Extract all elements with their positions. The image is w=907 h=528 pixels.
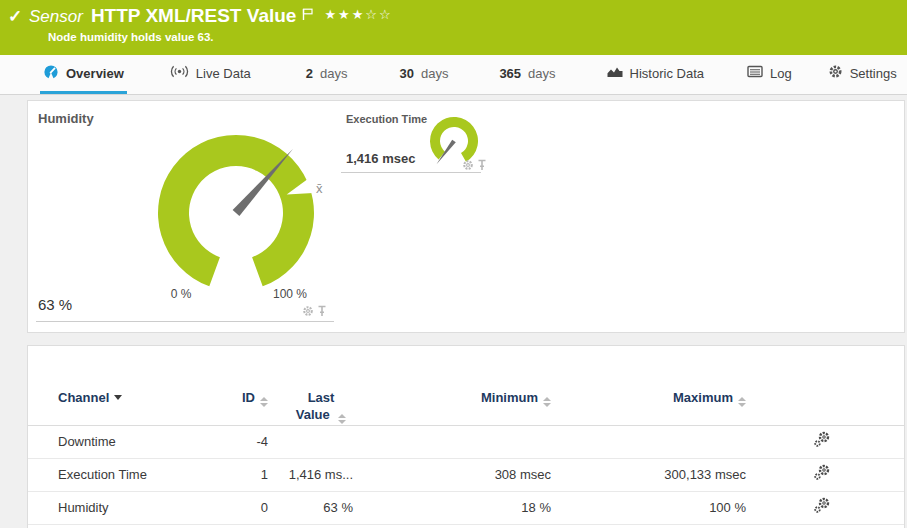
tab-settings[interactable]: Settings bbox=[825, 55, 900, 94]
channel-settings-gears-icon[interactable] bbox=[813, 503, 831, 518]
gauge-settings-gear-icon[interactable] bbox=[302, 303, 314, 321]
execution-time-gauge-title: Execution Time bbox=[346, 113, 427, 125]
tab-365-days[interactable]: 365 days bbox=[496, 55, 558, 94]
tab-live-data[interactable]: Live Data bbox=[167, 55, 254, 94]
area-chart-icon bbox=[607, 65, 623, 81]
humidity-current-value: 63 % bbox=[38, 296, 72, 313]
status-ok-check-icon: ✓ bbox=[8, 6, 22, 27]
channel-id: 0 bbox=[233, 491, 268, 524]
table-row-downtime[interactable]: Downtime -4 bbox=[28, 425, 904, 458]
column-header-actions bbox=[746, 346, 904, 425]
sensor-title: HTTP XML/REST Value bbox=[91, 4, 297, 27]
sort-icon bbox=[738, 397, 746, 407]
sensor-kind-label: Sensor bbox=[29, 4, 83, 27]
column-header-channel[interactable]: Channel bbox=[28, 346, 233, 425]
channel-maximum: 300,133 msec bbox=[551, 458, 746, 491]
tab-log[interactable]: Log bbox=[744, 55, 795, 94]
channel-maximum: 100 % bbox=[551, 491, 746, 524]
column-header-minimum[interactable]: Minimum bbox=[353, 346, 551, 425]
sort-desc-icon bbox=[114, 395, 122, 400]
channel-maximum bbox=[551, 425, 746, 458]
sort-icon bbox=[338, 414, 346, 424]
channel-name[interactable]: Downtime bbox=[28, 425, 233, 458]
gauge-icon bbox=[43, 64, 59, 83]
tab-bar: Overview Live Data 2 days 30 days 365 da… bbox=[0, 55, 907, 95]
channel-last-value: 1,416 ms... bbox=[268, 458, 353, 491]
sensor-status-bar: ✓ Sensor HTTP XML/REST Value ★★★☆☆ Node … bbox=[0, 0, 907, 55]
table-row-execution-time[interactable]: Execution Time 1 1,416 ms... 308 msec 30… bbox=[28, 458, 904, 491]
channel-id: 1 bbox=[233, 458, 268, 491]
channels-table: Channel ID Last Value Minimum Maximum bbox=[28, 346, 904, 525]
humidity-scale-max: 100 % bbox=[264, 287, 316, 301]
tab-2-days[interactable]: 2 days bbox=[303, 55, 351, 94]
table-header-row: Channel ID Last Value Minimum Maximum bbox=[28, 346, 904, 425]
execution-time-current-value: 1,416 msec bbox=[346, 151, 415, 166]
channels-panel: Channel ID Last Value Minimum Maximum bbox=[27, 345, 905, 528]
humidity-block-divider bbox=[36, 321, 334, 322]
column-header-id[interactable]: ID bbox=[233, 346, 268, 425]
pin-icon[interactable] bbox=[317, 303, 327, 321]
sort-icon bbox=[260, 397, 268, 407]
humidity-gauge: x̄ bbox=[148, 131, 333, 291]
tab-30-days[interactable]: 30 days bbox=[396, 55, 451, 94]
channel-minimum: 18 % bbox=[353, 491, 551, 524]
channel-name[interactable]: Execution Time bbox=[28, 458, 233, 491]
channel-last-value bbox=[268, 425, 353, 458]
humidity-gauge-title: Humidity bbox=[38, 111, 94, 126]
priority-stars[interactable]: ★★★☆☆ bbox=[324, 7, 392, 22]
column-header-last-value[interactable]: Last Value bbox=[268, 346, 353, 425]
sort-icon bbox=[543, 397, 551, 407]
execution-time-block-divider bbox=[341, 172, 481, 173]
table-row-humidity[interactable]: Humidity 0 63 % 18 % 100 % bbox=[28, 491, 904, 524]
gear-icon bbox=[828, 64, 843, 82]
overview-gauges-panel: Humidity x̄ 0 % 100 % 63 % Execution Tim… bbox=[27, 100, 905, 333]
humidity-scale-min: 0 % bbox=[158, 287, 204, 301]
channel-name[interactable]: Humidity bbox=[28, 491, 233, 524]
tab-overview[interactable]: Overview bbox=[40, 55, 127, 94]
average-marker-label: x̄ bbox=[316, 181, 323, 196]
channel-settings-gears-icon[interactable] bbox=[813, 437, 831, 452]
tab-historic-data[interactable]: Historic Data bbox=[604, 55, 707, 94]
broadcast-icon bbox=[170, 65, 189, 81]
sensor-status-message: Node humidity holds value 63. bbox=[48, 31, 214, 43]
channel-minimum bbox=[353, 425, 551, 458]
channel-minimum: 308 msec bbox=[353, 458, 551, 491]
column-header-maximum[interactable]: Maximum bbox=[551, 346, 746, 425]
channel-last-value: 63 % bbox=[268, 491, 353, 524]
log-icon bbox=[747, 65, 763, 81]
channel-id: -4 bbox=[233, 425, 268, 458]
channel-settings-gears-icon[interactable] bbox=[813, 470, 831, 485]
flag-icon[interactable] bbox=[302, 7, 314, 25]
